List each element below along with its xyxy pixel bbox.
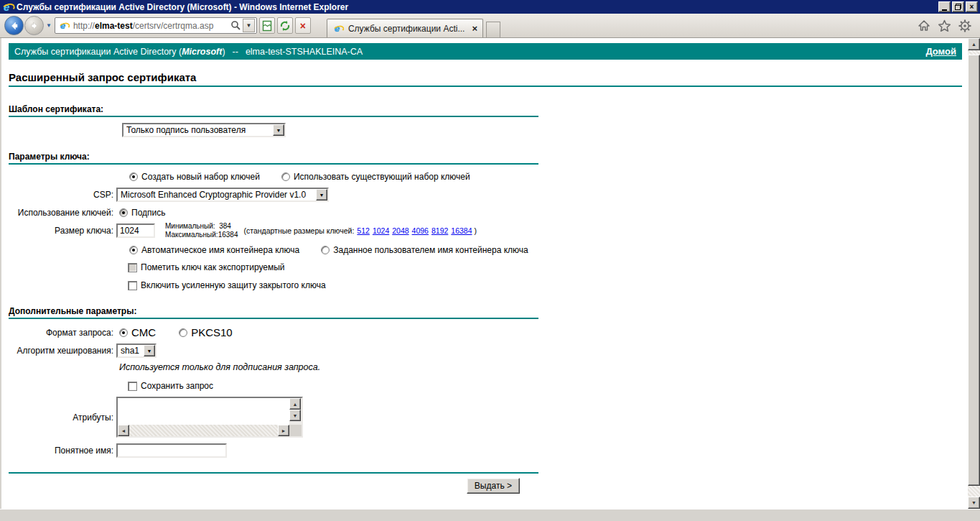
mark-exportable-label: Пометить ключ как экспортируемый	[141, 262, 285, 272]
address-favicon: e	[59, 21, 69, 31]
address-dropdown-button[interactable]: ▼	[243, 19, 255, 32]
format-pkcs10-label: PKCS10	[191, 326, 233, 338]
mark-exportable-checkbox[interactable]	[128, 263, 137, 272]
chevron-down-icon: ▼	[144, 345, 155, 356]
address-url[interactable]: http://elma-test/certsrv/certrqma.asp	[73, 21, 230, 31]
title-bar: e Службы сертификации Active Directory (…	[0, 0, 980, 14]
scroll-right-icon[interactable]: ►	[278, 425, 289, 436]
chevron-down-icon: ▼	[316, 189, 327, 200]
microsoft-brand: Microsoft	[182, 47, 222, 57]
save-request-checkbox[interactable]	[128, 382, 137, 391]
forward-button[interactable]	[24, 16, 44, 35]
key-size-field[interactable]	[116, 223, 155, 238]
back-arrow-icon	[9, 21, 19, 31]
stop-button[interactable]: ×	[295, 17, 311, 34]
gear-icon[interactable]	[958, 19, 971, 32]
key-usage-signature-radio[interactable]	[119, 208, 128, 217]
home-icon[interactable]	[918, 19, 930, 32]
key-size-label: Размер ключа:	[9, 226, 116, 236]
container-user-radio[interactable]	[321, 246, 330, 254]
refresh-button[interactable]	[277, 17, 293, 34]
page-scrollbar[interactable]: ▲ ▼	[968, 38, 980, 509]
scroll-down-icon[interactable]: ▼	[968, 497, 980, 509]
attributes-label: Атрибуты:	[9, 412, 116, 423]
close-icon: ×	[970, 4, 974, 11]
window-title: Службы сертификации Active Directory (Mi…	[17, 2, 937, 12]
forward-arrow-icon	[29, 21, 39, 31]
address-bar[interactable]: e http://elma-test/certsrv/certrqma.asp …	[55, 17, 257, 34]
minimize-icon	[942, 9, 947, 11]
banner-service-name: Службы сертификации Active Directory (Mi…	[14, 47, 225, 57]
new-tab-button[interactable]	[486, 22, 500, 37]
chevron-down-icon: ▼	[273, 124, 284, 136]
star-icon[interactable]	[938, 19, 951, 32]
recent-pages-dropdown[interactable]: ▼	[46, 22, 52, 29]
refresh-icon	[279, 20, 291, 32]
attributes-textarea[interactable]: ▲ ▼ ◄ ►	[116, 397, 303, 438]
tab-close-icon[interactable]: ×	[472, 24, 477, 33]
section-certificate-template: Шаблон сертификата:	[9, 104, 962, 114]
csp-select[interactable]: Microsoft Enhanced Cryptographic Provide…	[116, 188, 329, 202]
friendly-name-input[interactable]	[118, 445, 225, 456]
close-button[interactable]: ×	[966, 1, 978, 12]
create-new-keyset-label: Создать новый набор ключей	[141, 172, 260, 182]
use-existing-keyset-radio[interactable]	[281, 172, 290, 181]
section-additional-options: Дополнительные параметры:	[9, 306, 962, 316]
hash-algorithm-select[interactable]: sha1 ▼	[116, 344, 157, 358]
hash-note: Используется только для подписания запро…	[119, 362, 320, 372]
home-link[interactable]: Домой	[925, 46, 956, 57]
ie-logo-icon: e	[2, 1, 14, 13]
attributes-text-area[interactable]	[118, 398, 289, 425]
format-cmc-label: CMC	[131, 326, 156, 338]
compatibility-view-icon	[262, 20, 272, 32]
format-pkcs10-radio[interactable]	[179, 328, 187, 337]
key-size-link-2048[interactable]: 2048	[392, 226, 409, 235]
navigation-bar: ▼ e http://elma-test/certsrv/certrqma.as…	[0, 14, 980, 38]
save-request-label: Сохранить запрос	[141, 381, 213, 391]
key-size-link-4096[interactable]: 4096	[412, 226, 429, 235]
minimize-button[interactable]	[938, 1, 951, 12]
scroll-up-icon[interactable]: ▲	[289, 398, 301, 410]
submit-button[interactable]: Выдать >	[467, 478, 520, 494]
back-button[interactable]	[4, 16, 24, 35]
browser-window: e Службы сертификации Active Directory (…	[0, 0, 980, 521]
scroll-left-icon[interactable]: ◄	[118, 425, 129, 436]
key-size-minmax: Минимальный: 384 Максимальный:16384	[165, 222, 238, 239]
hash-algorithm-label: Алгоритм хеширования:	[9, 346, 116, 356]
tab-favicon: e	[333, 24, 343, 34]
container-user-label: Заданное пользователем имя контейнера кл…	[333, 245, 528, 255]
search-icon[interactable]	[230, 20, 241, 31]
standard-key-sizes: (стандартные размеры ключей:512102420484…	[243, 226, 476, 235]
friendly-name-field[interactable]	[116, 443, 227, 458]
status-bar	[0, 509, 980, 521]
tab-certificate-services[interactable]: e Службы сертификации Acti... ×	[327, 19, 483, 37]
restore-button[interactable]	[952, 1, 964, 12]
key-usage-value: Подпись	[131, 208, 166, 218]
strong-protection-checkbox[interactable]	[128, 281, 137, 290]
request-format-label: Формат запроса:	[9, 328, 116, 338]
create-new-keyset-radio[interactable]	[129, 172, 138, 181]
key-size-link-16384[interactable]: 16384	[451, 226, 472, 235]
scroll-up-icon[interactable]: ▲	[968, 38, 980, 50]
toolbar-right	[918, 19, 976, 32]
scroll-down-icon[interactable]: ▼	[289, 410, 301, 421]
ca-name: elma-test-STSHAKLEINA-CA	[246, 47, 363, 57]
restore-icon	[955, 4, 961, 10]
section-key-options: Параметры ключа:	[9, 152, 962, 162]
format-cmc-radio[interactable]	[119, 328, 128, 337]
strong-protection-label: Включить усиленную защиту закрытого ключ…	[141, 280, 326, 290]
csp-label: CSP:	[9, 190, 116, 200]
attributes-hscrollbar[interactable]: ◄ ►	[118, 425, 289, 436]
key-size-link-8192[interactable]: 8192	[431, 226, 448, 235]
site-banner: Службы сертификации Active Directory (Mi…	[9, 43, 962, 60]
key-size-link-512[interactable]: 512	[357, 226, 370, 235]
key-size-link-1024[interactable]: 1024	[373, 226, 389, 235]
key-size-input[interactable]	[118, 225, 154, 236]
scrollbar-thumb[interactable]	[968, 55, 980, 486]
certificate-template-value: Только подпись пользователя	[126, 125, 246, 135]
attributes-vscrollbar[interactable]: ▲ ▼	[289, 398, 302, 425]
compatibility-view-button[interactable]	[259, 17, 275, 34]
friendly-name-label: Понятное имя:	[9, 446, 116, 456]
certificate-template-select[interactable]: Только подпись пользователя ▼	[122, 123, 286, 137]
container-auto-radio[interactable]	[129, 246, 138, 254]
